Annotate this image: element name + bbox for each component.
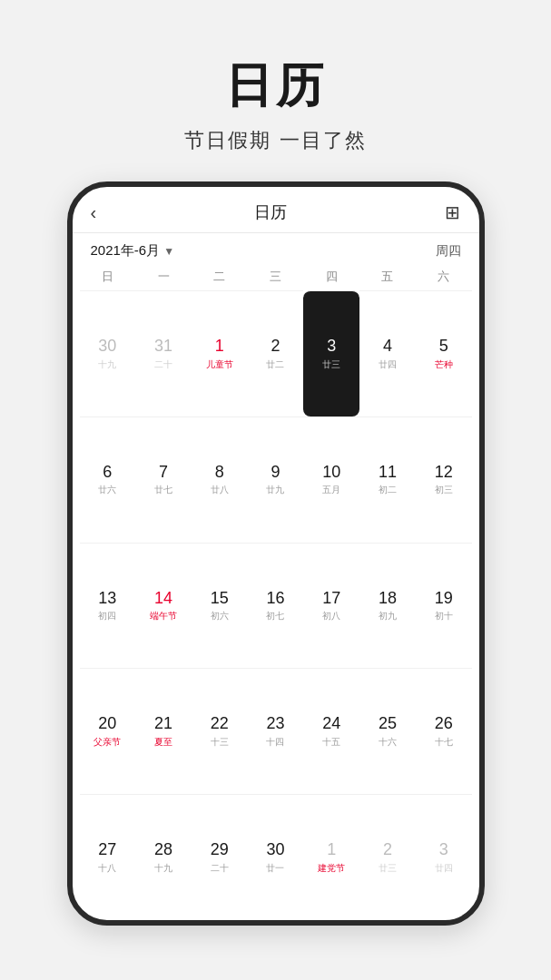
day-cell[interactable]: 31二十	[135, 290, 192, 416]
month-text: 2021年-6月	[91, 242, 161, 260]
day-cell[interactable]: 28十九	[135, 794, 192, 920]
day-cell[interactable]: 26十七	[416, 668, 472, 794]
day-cell[interactable]: 6廿六	[80, 416, 136, 543]
weekdays-row: 日 一 二 三 四 五 六	[73, 265, 479, 289]
day-number: 21	[154, 714, 172, 734]
day-number: 3	[327, 337, 336, 357]
back-button[interactable]: ‹	[91, 202, 97, 223]
day-sub: 十九	[154, 862, 172, 875]
day-number: 9	[271, 463, 280, 483]
day-sub: 夏至	[154, 736, 172, 749]
day-number: 8	[215, 463, 224, 483]
day-number: 14	[154, 589, 172, 609]
app-header: ‹ 日历 ⊞	[73, 187, 479, 233]
day-cell[interactable]: 3廿三	[303, 290, 359, 416]
day-sub: 廿七	[154, 484, 172, 496]
day-sub: 端午节	[150, 610, 177, 622]
day-cell[interactable]: 1儿童节	[192, 290, 248, 416]
day-cell[interactable]: 24十五	[303, 668, 359, 794]
day-cell[interactable]: 23十四	[248, 668, 304, 794]
day-sub: 十九	[98, 358, 116, 371]
day-cell[interactable]: 9廿九	[248, 416, 304, 543]
day-sub: 十三	[211, 736, 229, 749]
day-sub: 初四	[98, 610, 116, 622]
calendar-grid: 30十九31二十1儿童节2廿二3廿三4廿四5芒种6廿六7廿七8廿八9廿九10五月…	[73, 290, 479, 920]
day-cell[interactable]: 19初十	[416, 543, 472, 669]
day-cell[interactable]: 30廿一	[248, 794, 304, 920]
day-cell[interactable]: 22十三	[192, 668, 248, 794]
day-number: 1	[327, 840, 336, 860]
day-sub: 廿八	[211, 484, 229, 496]
header-section: 日历 节日假期 一目了然	[184, 0, 366, 154]
day-cell[interactable]: 20父亲节	[80, 668, 136, 794]
day-sub: 初八	[322, 610, 340, 622]
day-cell[interactable]: 14端午节	[135, 543, 192, 669]
day-sub: 廿四	[379, 358, 397, 371]
day-sub: 初六	[211, 610, 229, 622]
day-sub: 廿二	[266, 358, 284, 371]
day-sub: 父亲节	[93, 736, 121, 749]
day-sub: 廿九	[266, 484, 284, 496]
weekday-sun: 日	[80, 265, 136, 289]
day-number: 3	[439, 840, 448, 860]
day-number: 2	[271, 337, 280, 357]
day-cell[interactable]: 18初九	[359, 543, 416, 669]
day-cell[interactable]: 30十九	[80, 290, 136, 416]
month-label[interactable]: 2021年-6月 ▼	[91, 242, 175, 260]
day-number: 4	[383, 337, 392, 357]
day-sub: 初七	[266, 610, 284, 622]
day-cell[interactable]: 7廿七	[135, 416, 192, 543]
day-number: 24	[322, 714, 340, 734]
day-number: 11	[379, 463, 397, 483]
day-cell[interactable]: 2廿三	[359, 794, 416, 920]
day-number: 15	[211, 589, 229, 609]
weekday-wed: 三	[248, 265, 304, 289]
day-number: 7	[159, 463, 168, 483]
day-cell[interactable]: 16初七	[248, 543, 304, 669]
day-cell[interactable]: 29二十	[192, 794, 248, 920]
day-sub: 廿一	[266, 862, 284, 875]
day-number: 6	[103, 463, 112, 483]
day-cell[interactable]: 3廿四	[416, 794, 472, 920]
day-sub: 十五	[322, 736, 340, 749]
day-number: 13	[98, 589, 116, 609]
day-number: 27	[98, 840, 116, 860]
day-cell[interactable]: 4廿四	[359, 290, 416, 416]
day-cell[interactable]: 5芒种	[416, 290, 472, 416]
day-number: 10	[322, 463, 340, 483]
day-sub: 芒种	[435, 358, 453, 371]
day-sub: 初九	[379, 610, 397, 622]
day-cell[interactable]: 27十八	[80, 794, 136, 920]
day-sub: 初十	[435, 610, 453, 622]
day-number: 23	[266, 714, 284, 734]
day-sub: 十四	[266, 736, 284, 749]
day-cell[interactable]: 2廿二	[248, 290, 304, 416]
weekday-mon: 一	[135, 265, 192, 289]
day-cell[interactable]: 1建党节	[303, 794, 359, 920]
calendar-icon[interactable]: ⊞	[445, 201, 460, 223]
day-cell[interactable]: 11初二	[359, 416, 416, 543]
day-sub: 十六	[379, 736, 397, 749]
day-cell[interactable]: 12初三	[416, 416, 472, 543]
weekday-thu: 四	[303, 265, 359, 289]
day-cell[interactable]: 8廿八	[192, 416, 248, 543]
day-number: 1	[215, 337, 224, 357]
day-sub: 建党节	[318, 862, 345, 875]
day-cell[interactable]: 13初四	[80, 543, 136, 669]
day-number: 28	[154, 840, 172, 860]
day-number: 12	[435, 463, 453, 483]
day-number: 5	[439, 337, 448, 357]
day-cell[interactable]: 21夏至	[135, 668, 192, 794]
day-cell[interactable]: 25十六	[359, 668, 416, 794]
day-cell[interactable]: 10五月	[303, 416, 359, 543]
day-number: 16	[266, 589, 284, 609]
dropdown-arrow: ▼	[163, 245, 174, 258]
weekday-sat: 六	[416, 265, 472, 289]
day-sub: 五月	[322, 484, 340, 496]
day-sub: 儿童节	[206, 358, 233, 371]
day-number: 30	[98, 337, 116, 357]
day-number: 29	[211, 840, 229, 860]
day-sub: 初三	[435, 484, 453, 496]
day-cell[interactable]: 17初八	[303, 543, 359, 669]
day-cell[interactable]: 15初六	[192, 543, 248, 669]
